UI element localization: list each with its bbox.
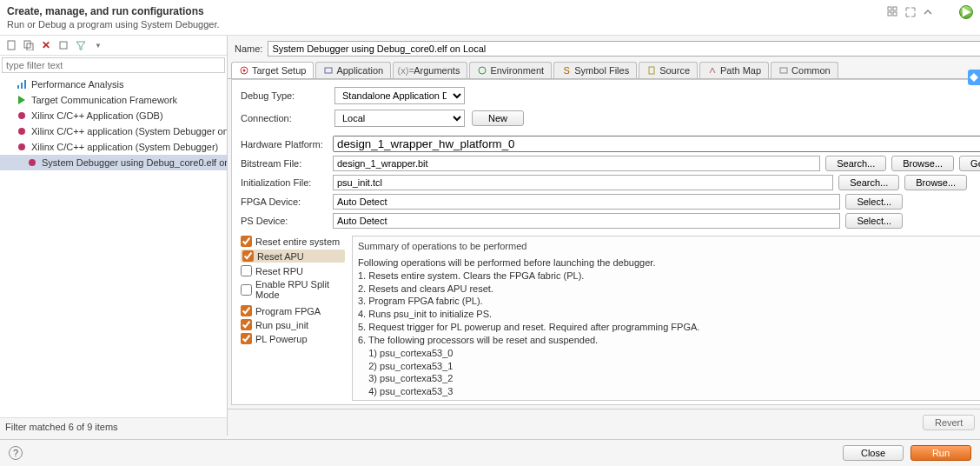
enable-rpu-checkbox[interactable] [241,284,252,296]
svg-rect-1 [893,7,897,10]
tab-symbol-files[interactable]: SSymbol Files [553,62,637,78]
run-psu-init-checkbox[interactable] [241,319,252,330]
run-big-button[interactable] [959,5,973,19]
svg-point-11 [18,112,25,119]
new-connection-button[interactable]: New [472,110,524,126]
debug-type-select[interactable]: Standalone Application Debug [334,87,465,104]
fpga-device-input[interactable] [333,194,840,210]
collapse-icon[interactable] [57,39,70,51]
reset-system-checkbox[interactable] [241,236,252,247]
tree-item-label: System Debugger using Debug_core0.elf on… [42,157,227,168]
connection-select[interactable]: Local [334,110,465,127]
delete-icon[interactable]: ✕ [40,39,52,51]
bug-icon [16,141,28,153]
svg-rect-2 [888,12,891,16]
init-browse-button[interactable]: Browse... [904,175,967,190]
svg-rect-19 [649,67,654,74]
chart-icon [16,78,28,90]
bug-icon [16,110,28,122]
play-green-icon [16,94,28,106]
tree-item-sysdebug[interactable]: Xilinx C/C++ application (System Debugge… [0,139,227,155]
ps-device-label: PS Device: [241,216,328,226]
duplicate-icon[interactable] [23,39,35,51]
tab-label: Path Map [720,65,761,76]
chevron-up-icon[interactable] [921,5,935,19]
tree-item-performance[interactable]: Performance Analysis [0,77,227,92]
tab-source[interactable]: Source [639,62,698,78]
filter-input[interactable] [2,57,225,73]
bug-icon [26,156,38,169]
filter-status: Filter matched 6 of 9 items [0,417,227,436]
debug-type-label: Debug Type: [241,90,328,101]
bitstream-input[interactable] [333,156,820,171]
app-icon [323,65,334,76]
name-input[interactable] [268,41,980,57]
new-config-icon[interactable] [5,39,17,51]
fpga-select-button[interactable]: Select... [845,194,903,210]
program-fpga-checkbox[interactable] [241,305,252,316]
tab-label: Target Setup [252,65,306,76]
bitstream-label: Bitstream File: [241,158,328,169]
svg-rect-0 [888,7,891,10]
svg-point-12 [18,128,25,135]
init-search-button[interactable]: Search... [838,175,899,190]
tree-item-tcf[interactable]: Target Communication Framework [0,92,227,108]
svg-point-16 [243,70,246,72]
hw-platform-select[interactable]: design_1_wrapper_hw_platform_0 [333,136,980,152]
svg-rect-9 [21,83,23,89]
dialog-footer: ? Close Run [0,439,980,466]
close-button[interactable]: Close [843,445,904,461]
tab-label: Environment [490,65,544,76]
config-tree: Performance Analysis Target Communicatio… [0,75,227,417]
tab-arguments[interactable]: (x)=Arguments [393,62,467,78]
tree-item-label: Target Communication Framework [31,95,177,105]
svg-rect-7 [60,42,67,49]
tree-item-gdb[interactable]: Xilinx C/C++ Application (GDB) [0,108,227,123]
summary-box: Summary of operations to be performed Fo… [352,236,980,401]
source-icon [646,65,657,76]
tab-environment[interactable]: Environment [469,62,552,78]
tab-label: Arguments [414,65,460,76]
svg-rect-4 [8,41,15,50]
tab-common[interactable]: Common [771,62,838,78]
path-icon [707,65,718,76]
reset-apu-checkbox[interactable] [242,250,254,262]
check-label: PL Powerup [255,334,308,344]
check-label: Run psu_init [255,320,308,330]
bitstream-search-button[interactable]: Search... [825,156,886,171]
help-icon[interactable]: ? [9,446,23,460]
tab-path-map[interactable]: Path Map [699,62,769,78]
tab-target-setup[interactable]: Target Setup [231,62,314,78]
bitstream-generate-button[interactable]: Generate... [959,156,980,171]
init-file-input[interactable] [333,175,833,190]
right-panel: Name: Target Setup Application (x)=Argum… [228,36,980,436]
fpga-device-label: FPGA Device: [241,196,328,207]
check-label: Reset RPU [255,266,303,276]
tree-item-qemu[interactable]: Xilinx C/C++ application (System Debugge… [0,123,227,139]
ps-select-button[interactable]: Select... [845,213,903,229]
tab-label: Symbol Files [574,65,629,76]
tree-item-label: Xilinx C/C++ Application (GDB) [31,110,163,121]
options-checks: Reset entire system Reset APU Reset RPU … [241,236,345,401]
dropdown-icon[interactable]: ▼ [92,39,104,51]
svg-rect-8 [17,85,19,89]
grid-icon[interactable] [886,5,900,19]
side-tab-icon[interactable] [968,70,980,85]
bitstream-browse-button[interactable]: Browse... [891,156,954,171]
filter-icon[interactable] [75,39,87,51]
tab-application[interactable]: Application [315,62,391,78]
pl-powerup-checkbox[interactable] [241,333,252,344]
config-toolbar: ✕ ▼ [0,36,227,56]
target-icon [239,65,249,76]
expand-icon[interactable] [904,5,917,19]
reset-rpu-checkbox[interactable] [241,265,252,276]
left-panel: ✕ ▼ Performance Analysis Target Communic… [0,36,228,436]
summary-content: Following operations will be performed b… [358,256,980,401]
svg-point-13 [18,143,25,150]
run-button[interactable]: Run [910,445,971,461]
tab-label: Application [336,65,383,76]
tree-item-active-config[interactable]: System Debugger using Debug_core0.elf on… [0,155,227,170]
bug-icon [16,125,28,137]
revert-button[interactable]: Revert [923,415,975,430]
ps-device-input[interactable] [333,213,840,229]
